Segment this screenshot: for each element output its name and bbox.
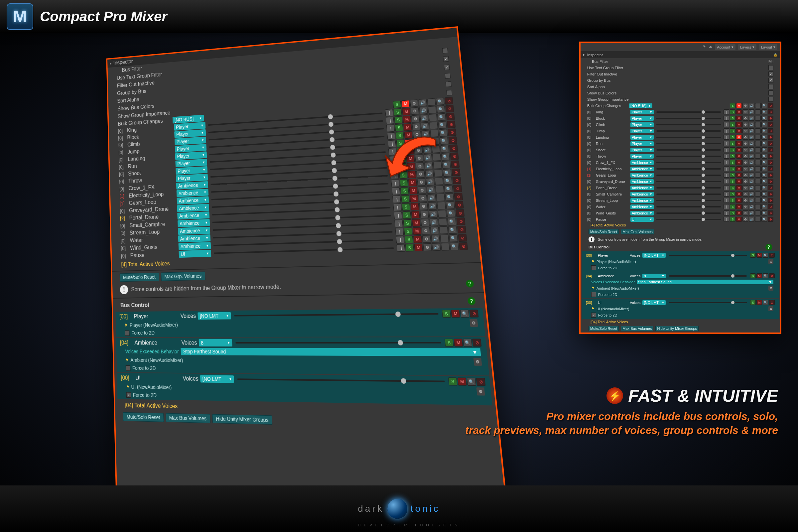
pause-icon[interactable]: || <box>392 188 400 195</box>
settings-icon[interactable]: ⚙ <box>421 227 430 234</box>
pause-icon[interactable]: || <box>390 164 398 171</box>
search-icon[interactable]: 🔍 <box>440 137 448 145</box>
checkbox[interactable] <box>446 90 452 95</box>
mute-button[interactable]: M <box>412 219 421 227</box>
volume-icon[interactable]: 🔊 <box>431 235 440 242</box>
settings-icon[interactable]: ⚙ <box>422 235 431 243</box>
force-2d-checkbox[interactable]: ✓ <box>591 312 596 318</box>
volume-icon[interactable]: 🔊 <box>420 114 429 122</box>
pause-icon[interactable]: || <box>723 198 729 203</box>
blank-button[interactable] <box>755 135 761 140</box>
checkbox[interactable] <box>442 48 448 53</box>
pause-icon[interactable]: || <box>387 132 395 140</box>
mute-button[interactable]: M <box>736 109 742 114</box>
bulk-delete-icon[interactable]: ⊘ <box>444 97 453 105</box>
volume-icon[interactable]: 🔊 <box>430 218 439 226</box>
bus-volume-slider[interactable] <box>238 378 445 382</box>
settings-icon[interactable]: ⚙ <box>411 107 419 115</box>
pause-icon[interactable]: || <box>392 195 401 203</box>
delete-icon[interactable]: ⊘ <box>459 242 468 250</box>
volume-icon[interactable]: 🔊 <box>749 173 755 177</box>
solo-button[interactable]: S <box>400 187 409 195</box>
pause-icon[interactable]: || <box>723 122 729 127</box>
voices-dropdown[interactable]: [NO LMT▼ <box>642 300 666 305</box>
mute-button[interactable]: M <box>736 166 742 171</box>
pause-icon[interactable]: || <box>723 128 729 133</box>
pause-icon[interactable]: || <box>388 140 396 148</box>
search-icon[interactable]: 🔍 <box>437 113 446 121</box>
pause-icon[interactable]: || <box>723 204 729 209</box>
mute-button[interactable]: M <box>736 154 742 158</box>
help-icon[interactable]: ? <box>468 297 476 305</box>
pause-icon[interactable]: || <box>393 204 402 211</box>
search-icon[interactable]: 🔍 <box>444 185 453 193</box>
search-icon[interactable]: 🔍 <box>761 109 767 114</box>
solo-button[interactable]: S <box>730 122 736 127</box>
bus-dropdown[interactable]: Ambience▼ <box>176 189 209 197</box>
bus-search-icon[interactable]: 🔍 <box>763 300 768 305</box>
volume-slider[interactable] <box>657 162 721 163</box>
blank-button[interactable] <box>428 106 437 114</box>
blank-button[interactable] <box>432 153 441 161</box>
checkbox[interactable]: ✓ <box>443 56 449 61</box>
max-grp-volumes-button[interactable]: Max Grp. Volumes <box>161 272 206 281</box>
settings-icon[interactable]: ⚙ <box>412 123 421 130</box>
pause-icon[interactable]: || <box>388 148 397 156</box>
bus-mute-button[interactable]: M <box>757 300 762 305</box>
settings-icon[interactable]: ⚙ <box>423 243 432 251</box>
bus-dropdown[interactable]: Ambience▼ <box>178 242 211 250</box>
search-icon[interactable]: 🔍 <box>450 242 459 250</box>
volume-icon[interactable]: 🔊 <box>430 226 439 234</box>
bus-dropdown[interactable]: Ambience▼ <box>177 204 209 212</box>
bus-dropdown[interactable]: Player▼ <box>630 129 654 133</box>
search-icon[interactable]: 🔍 <box>761 135 767 140</box>
search-icon[interactable]: 🔍 <box>761 179 767 184</box>
delete-icon[interactable]: ⊘ <box>768 173 773 177</box>
volume-slider[interactable] <box>657 200 721 201</box>
mute-button[interactable]: M <box>736 160 742 165</box>
mute-button[interactable]: M <box>407 171 416 178</box>
blank-button[interactable] <box>439 226 448 234</box>
search-icon[interactable]: 🔍 <box>446 209 456 217</box>
pause-icon[interactable]: || <box>723 109 729 114</box>
settings-icon[interactable]: ⚙ <box>742 179 748 184</box>
search-icon[interactable]: 🔍 <box>440 145 449 153</box>
blank-button[interactable] <box>435 186 444 193</box>
bus-dropdown[interactable]: Player▼ <box>630 148 654 152</box>
bus-dropdown[interactable]: Ambience▼ <box>630 205 654 209</box>
pause-icon[interactable]: || <box>391 179 400 187</box>
delete-icon[interactable]: ⊘ <box>452 176 461 184</box>
bus-dropdown[interactable]: Ambience▼ <box>630 160 654 165</box>
bulk-settings-icon[interactable]: ⚙ <box>410 99 419 107</box>
blank-button[interactable] <box>755 198 761 203</box>
blank-button[interactable] <box>755 179 761 184</box>
volume-icon[interactable]: 🔊 <box>421 130 430 138</box>
search-icon[interactable]: 🔍 <box>761 166 767 171</box>
bus-volume-slider[interactable] <box>234 313 438 317</box>
settings-icon[interactable]: ⚙ <box>413 139 422 146</box>
force-2d-checkbox[interactable]: ✓ <box>126 392 131 398</box>
delete-icon[interactable]: ⊘ <box>450 152 459 160</box>
search-icon[interactable]: 🔍 <box>761 210 767 215</box>
settings-icon[interactable]: ⚙ <box>742 116 748 121</box>
delete-icon[interactable]: ⊘ <box>768 160 773 165</box>
voices-dropdown[interactable]: [NO LMT▼ <box>197 312 231 320</box>
search-icon[interactable]: 🔍 <box>442 169 452 176</box>
expand-icon[interactable]: ▸ <box>110 61 112 65</box>
bus-dropdown[interactable]: Player▼ <box>630 135 654 140</box>
volume-slider[interactable] <box>657 111 721 113</box>
bus-search-icon[interactable]: 🔍 <box>467 378 476 386</box>
blank-button[interactable] <box>434 169 442 177</box>
pause-icon[interactable]: || <box>389 156 398 163</box>
blank-button[interactable] <box>431 137 440 145</box>
mute-button[interactable]: M <box>736 122 742 127</box>
bus-dropdown[interactable]: Ambience▼ <box>630 173 654 177</box>
volume-icon[interactable]: 🔊 <box>428 202 437 210</box>
pause-icon[interactable]: || <box>723 154 729 158</box>
settings-icon[interactable]: ⚙ <box>414 146 423 154</box>
settings-icon[interactable]: ⚙ <box>742 166 748 171</box>
bus-delete-icon[interactable]: ⊘ <box>476 378 486 386</box>
bus-dropdown[interactable]: Ambience▼ <box>178 234 211 242</box>
bus-mute-button[interactable]: M <box>757 253 762 258</box>
mute-button[interactable]: M <box>736 173 742 177</box>
